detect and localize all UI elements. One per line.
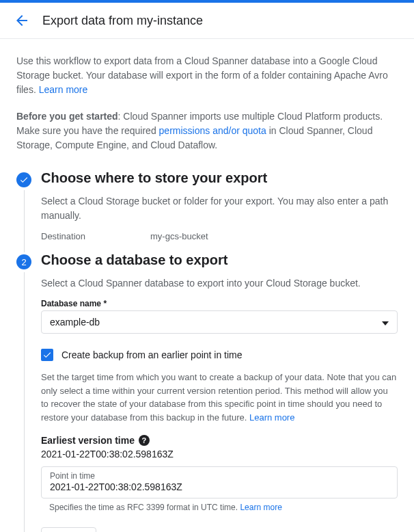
help-icon[interactable]: ? bbox=[139, 435, 150, 446]
destination-row: Destination my-gcs-bucket bbox=[41, 231, 398, 241]
earliest-version-label-row: Earliest version time ? bbox=[41, 435, 398, 446]
point-in-time-help: Set the target time from which you want … bbox=[41, 371, 398, 424]
step-1-body: Select a Cloud Storage bucket or folder … bbox=[24, 190, 398, 252]
back-arrow-icon[interactable] bbox=[14, 12, 30, 29]
before-you-start: Before you get started: Cloud Spanner im… bbox=[16, 109, 398, 152]
step-2-header: 2 Choose a database to export bbox=[16, 252, 398, 269]
destination-value: my-gcs-bucket bbox=[150, 231, 208, 241]
page-header: Export data from my-instance bbox=[0, 3, 414, 39]
step-2-desc: Select a Cloud Spanner database to expor… bbox=[41, 276, 398, 291]
backup-earlier-label: Create backup from an earlier point in t… bbox=[61, 349, 243, 360]
backup-earlier-checkbox[interactable] bbox=[41, 349, 53, 361]
intro-learn-more-link[interactable]: Learn more bbox=[39, 84, 88, 95]
earliest-version-value: 2021-01-22T00:38:02.598163Z bbox=[41, 449, 398, 460]
next-button[interactable]: NEXT bbox=[41, 527, 96, 532]
point-in-time-format-help: Specifies the time as RFC 3399 format in… bbox=[41, 503, 398, 512]
before-label: Before you get started bbox=[16, 111, 118, 122]
chevron-down-icon bbox=[382, 317, 389, 328]
step-1-check-icon bbox=[16, 172, 31, 187]
point-in-time-label: Point in time bbox=[50, 471, 389, 481]
point-in-time-input[interactable] bbox=[50, 481, 389, 492]
intro-text: Use this workflow to export data from a … bbox=[16, 54, 398, 97]
pit-format-learn-link[interactable]: Learn more bbox=[240, 503, 281, 512]
permissions-quota-link[interactable]: permissions and/or quota bbox=[159, 125, 269, 136]
earliest-version-label: Earliest version time bbox=[41, 435, 135, 446]
destination-label: Destination bbox=[41, 231, 150, 241]
step-2-title: Choose a database to export bbox=[41, 252, 227, 268]
step-1-title: Choose where to store your export bbox=[41, 170, 267, 186]
database-name-value: example-db bbox=[50, 317, 100, 328]
point-in-time-input-wrap[interactable]: Point in time bbox=[41, 466, 398, 498]
page-title: Export data from my-instance bbox=[42, 14, 203, 28]
pit-help-text: Set the target time from which you want … bbox=[41, 372, 396, 423]
step-2-number-badge: 2 bbox=[16, 254, 31, 269]
step-1-header: Choose where to store your export bbox=[16, 170, 398, 187]
pit-format-text: Specifies the time as RFC 3399 format in… bbox=[49, 503, 240, 512]
pit-learn-more-link[interactable]: Learn more bbox=[249, 412, 294, 423]
database-name-select[interactable]: example-db bbox=[41, 310, 398, 334]
backup-earlier-checkbox-row: Create backup from an earlier point in t… bbox=[41, 349, 398, 361]
step-1-desc: Select a Cloud Storage bucket or folder … bbox=[41, 194, 398, 223]
database-name-label: Database name * bbox=[41, 299, 398, 308]
main-content: Use this workflow to export data from a … bbox=[0, 39, 414, 532]
step-2-body: Select a Cloud Spanner database to expor… bbox=[24, 272, 398, 532]
